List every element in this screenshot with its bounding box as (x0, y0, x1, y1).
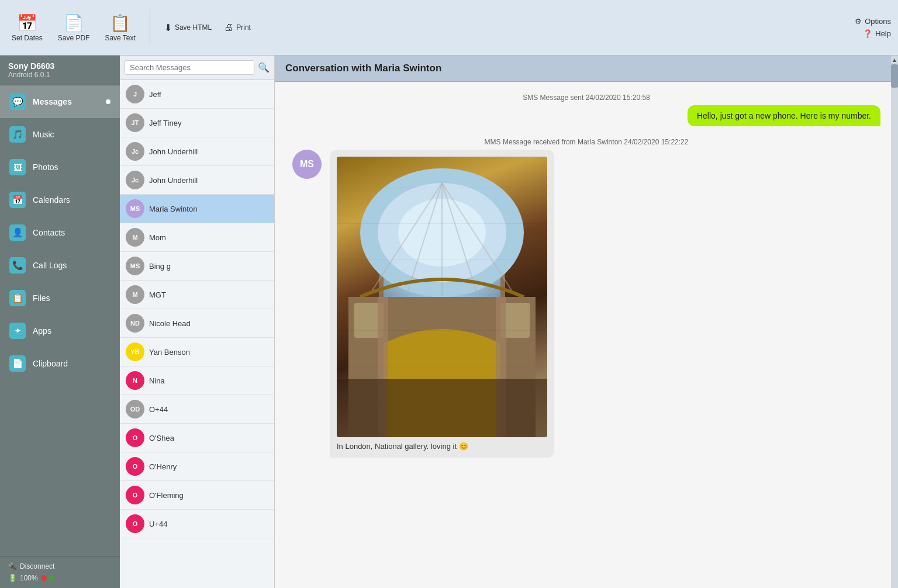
conversation-body[interactable]: SMS Message sent 24/02/2020 15:20:58 Hel… (275, 82, 898, 588)
received-message-wrapper: MS (292, 150, 880, 458)
contact-name: O'Henry (149, 462, 177, 471)
received-message-meta: MMS Message received from Maria Swinton … (292, 138, 880, 146)
svg-rect-11 (378, 297, 388, 437)
sent-message-wrapper: Hello, just got a new phone. Here is my … (292, 105, 880, 126)
scroll-up-arrow[interactable]: ▲ (891, 56, 898, 64)
contact-item[interactable]: N Nina (120, 366, 274, 395)
contact-avatar: MS (126, 199, 144, 218)
contact-item[interactable]: MS Maria Swinton (120, 195, 274, 223)
options-button[interactable]: ⚙ Options (855, 17, 891, 26)
search-input[interactable] (125, 60, 254, 75)
contact-item[interactable]: YB Yan Benson (120, 338, 274, 366)
contact-item[interactable]: ND Nicole Head (120, 309, 274, 338)
contact-avatar: MS (126, 257, 144, 275)
nav-dot (106, 99, 110, 104)
svg-point-2 (398, 199, 486, 267)
device-os: Android 6.0.1 (8, 71, 112, 79)
contact-item[interactable]: M MGT (120, 281, 274, 309)
sidebar-item-files[interactable]: 📋 Files (0, 282, 120, 314)
battery-level: 100% (20, 574, 38, 582)
gear-icon: ⚙ (855, 17, 862, 26)
save-html-button[interactable]: ⬇ Save HTML (160, 20, 216, 36)
disconnect-icon: 🔌 (8, 562, 17, 570)
sidebar-item-label: Photos (33, 162, 58, 172)
sidebar-item-apps[interactable]: ✦ Apps (0, 314, 120, 347)
contact-item[interactable]: OD O+44 (120, 395, 274, 424)
calendars-icon: 📅 (9, 192, 26, 208)
options-label: Options (865, 17, 891, 26)
status-dots (41, 575, 54, 581)
print-icon: 🖨 (224, 22, 233, 33)
contact-avatar: ND (126, 314, 144, 333)
device-name: Sony D6603 (8, 61, 112, 71)
contact-name: Yan Benson (149, 348, 190, 357)
contact-name: Jeff (149, 90, 161, 99)
sidebar-item-label: Clipboard (33, 359, 68, 368)
conversation-scrollbar[interactable]: ▲ (891, 56, 898, 588)
contact-avatar: J (126, 85, 144, 103)
sidebar-item-photos[interactable]: 🖼 Photos (0, 151, 120, 184)
sidebar-item-clipboard[interactable]: 📄 Clipboard (0, 347, 120, 380)
contact-item[interactable]: O O'Shea (120, 424, 274, 452)
contact-item[interactable]: Jc John Underhill (120, 137, 274, 166)
sidebar-item-calendars[interactable]: 📅 Calendars (0, 184, 120, 216)
dot-green (49, 575, 54, 581)
svg-rect-9 (354, 303, 384, 338)
contact-item[interactable]: Jc John Underhill (120, 166, 274, 195)
contact-avatar: OD (126, 400, 144, 418)
conversation-header: Conversation with Maria Swinton (275, 56, 898, 82)
contact-item[interactable]: O O'Fleming (120, 481, 274, 510)
apps-icon: ✦ (9, 323, 26, 339)
save-pdf-button[interactable]: 📄 Save PDF (53, 11, 95, 44)
photos-icon: 🖼 (9, 159, 26, 175)
contact-item[interactable]: MS Bing g (120, 252, 274, 281)
contact-name: John Underhill (149, 176, 198, 185)
search-icon[interactable]: 🔍 (258, 62, 270, 73)
contact-name: Jeff Tiney (149, 119, 181, 127)
toolbar-right: ⚙ Options ❓ Help (855, 17, 891, 38)
contact-name: Bing g (149, 262, 171, 271)
print-button[interactable]: 🖨 Print (219, 20, 255, 35)
svg-line-4 (407, 183, 442, 294)
save-text-button[interactable]: 📋 Save Text (100, 11, 140, 44)
contact-item[interactable]: O U+44 (120, 510, 274, 538)
call-logs-icon: 📞 (9, 257, 26, 274)
contact-avatar: O (126, 514, 144, 533)
toolbar: 📅 Set Dates 📄 Save PDF 📋 Save Text ⬇ Sav… (0, 0, 898, 56)
sidebar-item-contacts[interactable]: 👤 Contacts (0, 216, 120, 249)
set-dates-label: Set Dates (12, 34, 43, 42)
svg-point-1 (378, 183, 506, 282)
sidebar-item-messages[interactable]: 💬 Messages (0, 85, 120, 118)
sidebar: Sony D6603 Android 6.0.1 💬 Messages 🎵 Mu… (0, 56, 120, 588)
contact-item[interactable]: JT Jeff Tiney (120, 109, 274, 137)
svg-rect-12 (496, 297, 506, 437)
svg-line-7 (442, 183, 512, 291)
sidebar-item-call-logs[interactable]: 📞 Call Logs (0, 249, 120, 282)
set-dates-button[interactable]: 📅 Set Dates (7, 11, 47, 44)
svg-point-0 (360, 168, 524, 297)
contact-item[interactable]: M Mom (120, 223, 274, 252)
contact-avatar: O (126, 457, 144, 476)
contact-avatar: O (126, 428, 144, 447)
contact-panel: 🔍 J Jeff JT Jeff Tiney Jc John Underhill… (120, 56, 275, 588)
received-message-bubble: In London, National gallery. loving it 😊 (330, 150, 554, 458)
contact-avatar: M (126, 285, 144, 304)
sidebar-item-music[interactable]: 🎵 Music (0, 118, 120, 151)
pdf-icon: 📄 (64, 13, 84, 33)
scrollbar-thumb[interactable] (891, 64, 898, 88)
main-layout: Sony D6603 Android 6.0.1 💬 Messages 🎵 Mu… (0, 56, 898, 588)
disconnect-button[interactable]: 🔌 Disconnect (8, 562, 112, 570)
sidebar-item-label: Calendars (33, 195, 70, 205)
svg-line-3 (372, 183, 442, 291)
contact-name: O'Fleming (149, 491, 184, 500)
sidebar-item-label: Apps (33, 326, 51, 335)
clipboard-icon: 📄 (9, 355, 26, 372)
contact-avatar: M (126, 228, 144, 247)
contact-item[interactable]: J Jeff (120, 80, 274, 109)
sender-avatar: MS (292, 150, 322, 179)
help-button[interactable]: ❓ Help (863, 29, 891, 38)
contact-name: Nicole Head (149, 319, 191, 328)
sidebar-item-label: Contacts (33, 228, 65, 237)
save-text-label: Save Text (105, 34, 135, 42)
contact-item[interactable]: O O'Henry (120, 452, 274, 481)
